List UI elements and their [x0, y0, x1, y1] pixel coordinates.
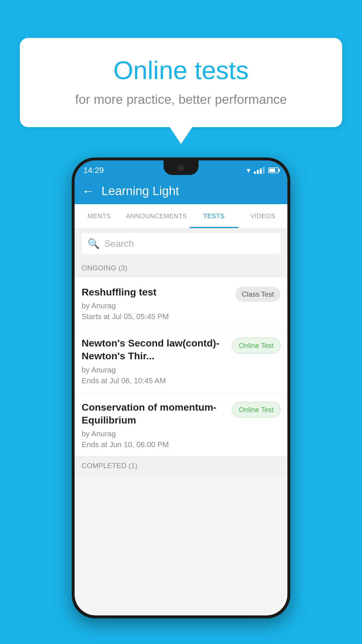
speech-bubble: Online tests for more practice, better p… — [20, 38, 342, 127]
tab-ments[interactable]: MENTS — [75, 204, 124, 228]
test-item[interactable]: Reshuffling test by Anurag Starts at Jul… — [75, 277, 287, 328]
test-content: Newton's Second law(contd)-Newton's Thir… — [82, 337, 227, 385]
test-item[interactable]: Newton's Second law(contd)-Newton's Thir… — [75, 328, 287, 392]
battery-fill — [269, 169, 275, 172]
test-author: by Anurag — [82, 365, 227, 374]
test-author: by Anurag — [82, 429, 227, 438]
signal-bar-3 — [260, 169, 262, 174]
speech-bubble-title: Online tests — [43, 55, 319, 85]
back-button[interactable]: ← — [82, 184, 94, 198]
signal-bar-4 — [263, 167, 265, 174]
search-icon: 🔍 — [87, 238, 100, 249]
ongoing-section-header: ONGOING (3) — [75, 259, 287, 277]
test-name: Conservation of momentum-Equilibrium — [82, 401, 227, 426]
test-name: Reshuffling test — [82, 286, 231, 298]
test-badge-class: Class Test — [236, 287, 280, 302]
signal-bar-2 — [257, 170, 259, 174]
test-date: Starts at Jul 05, 05:45 PM — [82, 312, 231, 321]
front-camera — [178, 164, 184, 171]
phone-container: 14:29 ▾ — [72, 158, 290, 618]
test-badge-online: Online Test — [232, 338, 280, 354]
app-bar: ← Learning Light — [75, 178, 287, 204]
tabs-container: MENTS ANNOUNCEMENTS TESTS VIDEOS — [75, 204, 287, 228]
speech-bubble-arrow — [169, 127, 193, 144]
tab-tests[interactable]: TESTS — [189, 204, 238, 228]
test-badge-online: Online Test — [232, 402, 280, 418]
test-date: Ends at Jun 10, 06:00 PM — [82, 440, 227, 449]
test-content: Conservation of momentum-Equilibrium by … — [82, 401, 227, 449]
tab-announcements[interactable]: ANNOUNCEMENTS — [124, 204, 189, 228]
status-time: 14:29 — [83, 166, 104, 175]
test-item[interactable]: Conservation of momentum-Equilibrium by … — [75, 393, 287, 456]
phone-notch — [164, 160, 198, 175]
speech-bubble-subtitle: for more practice, better performance — [43, 92, 319, 107]
search-placeholder: Search — [104, 238, 134, 249]
signal-bars — [254, 167, 265, 174]
phone-body: 14:29 ▾ — [72, 158, 290, 618]
search-bar[interactable]: 🔍 Search — [82, 233, 280, 254]
test-date: Ends at Jul 06, 10:45 AM — [82, 376, 227, 385]
completed-section-header: COMPLETED (1) — [75, 456, 287, 475]
test-content: Reshuffling test by Anurag Starts at Jul… — [82, 286, 231, 321]
tab-videos[interactable]: VIDEOS — [238, 204, 287, 228]
test-name: Newton's Second law(contd)-Newton's Thir… — [82, 337, 227, 362]
app-title: Learning Light — [101, 184, 179, 198]
phone-screen: 14:29 ▾ — [75, 160, 287, 615]
wifi-icon: ▾ — [247, 166, 250, 175]
battery-icon — [268, 167, 279, 173]
test-list: Reshuffling test by Anurag Starts at Jul… — [75, 277, 287, 456]
speech-bubble-container: Online tests for more practice, better p… — [20, 38, 342, 144]
search-container: 🔍 Search — [75, 228, 287, 259]
status-icons: ▾ — [247, 166, 279, 175]
test-author: by Anurag — [82, 301, 231, 310]
signal-bar-1 — [254, 172, 256, 174]
